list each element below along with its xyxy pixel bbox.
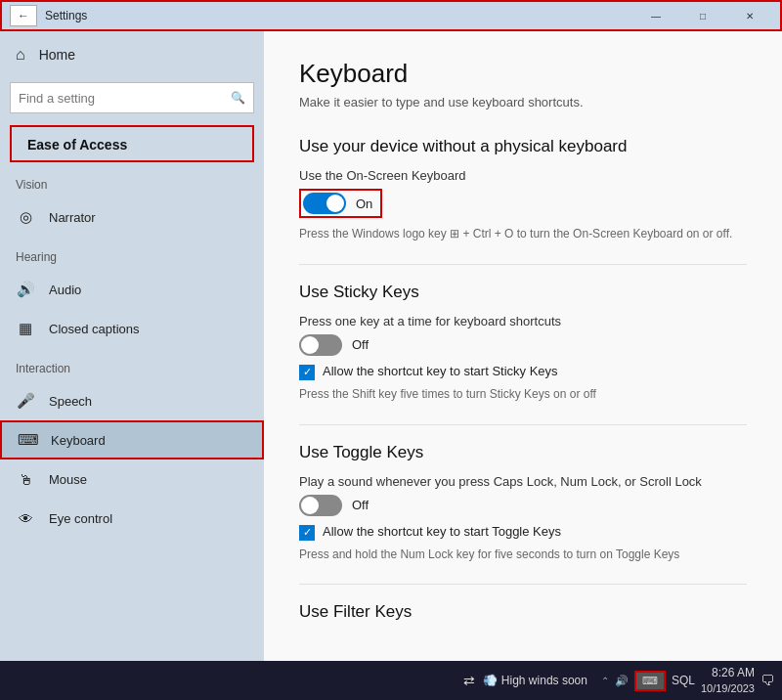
ease-of-access-label: Ease of Access: [10, 125, 254, 162]
checkmark-icon: ✓: [303, 366, 312, 378]
divider-2: [299, 424, 747, 425]
taskbar-keyboard-icon[interactable]: ⌨: [634, 671, 666, 691]
page-title: Keyboard: [299, 59, 747, 89]
interaction-section-label: Interaction: [0, 348, 264, 381]
toggle-keys-section-title: Use Toggle Keys: [299, 443, 747, 462]
weather-icon: 💨: [483, 674, 498, 687]
onscreen-keyboard-toggle[interactable]: [303, 193, 346, 214]
chevron-icon[interactable]: ⌃: [601, 676, 609, 686]
sidebar-home-label: Home: [39, 47, 75, 63]
weather-widget: 💨 High winds soon: [483, 674, 587, 687]
onscreen-keyboard-label: Use the On-Screen Keyboard: [299, 168, 747, 183]
close-button[interactable]: ✕: [727, 0, 772, 31]
sidebar-item-audio[interactable]: 🔊 Audio: [0, 270, 264, 309]
sticky-keys-checkbox-label: Allow the shortcut key to start Sticky K…: [323, 364, 558, 378]
sticky-keys-toggle-row: Off: [299, 334, 747, 356]
main-content: ⌂ Home 🔍 Ease of Access Vision ◎ Narrato…: [0, 31, 782, 661]
page-subtitle: Make it easier to type and use keyboard …: [299, 95, 747, 109]
divider-1: [299, 264, 747, 265]
back-button[interactable]: ←: [10, 5, 37, 26]
sticky-keys-setting: Press one key at a time for keyboard sho…: [299, 314, 747, 403]
sidebar-item-closed-captions[interactable]: ▦ Closed captions: [0, 309, 264, 348]
sidebar-item-eye-control[interactable]: 👁 Eye control: [0, 499, 264, 538]
onscreen-keyboard-toggle-row: On: [299, 189, 382, 218]
toggle-keys-checkbox-row: ✓ Allow the shortcut key to start Toggle…: [299, 524, 747, 541]
right-panel: Keyboard Make it easier to type and use …: [264, 31, 782, 661]
audio-icon: 🔊: [16, 281, 35, 298]
sticky-keys-toggle[interactable]: [299, 334, 342, 356]
vision-section-label: Vision: [0, 164, 264, 197]
toggle-keys-hint: Press and hold the Num Lock key for five…: [299, 547, 747, 563]
hearing-section-label: Hearing: [0, 237, 264, 270]
search-input[interactable]: [19, 91, 231, 106]
sidebar-search-box[interactable]: 🔍: [10, 82, 254, 113]
sidebar-item-narrator-label: Narrator: [49, 210, 96, 225]
search-icon: 🔍: [231, 91, 245, 105]
taskbar: ⇄ 💨 High winds soon ⌃ 🔊 ⌨ SQL 8:26 AM 10…: [0, 661, 782, 700]
physical-keyboard-section-title: Use your device without a physical keybo…: [299, 137, 747, 156]
taskbar-right: ⇄ 💨 High winds soon ⌃ 🔊 ⌨ SQL 8:26 AM 10…: [463, 665, 774, 696]
sidebar: ⌂ Home 🔍 Ease of Access Vision ◎ Narrato…: [0, 31, 264, 661]
sticky-keys-checkbox[interactable]: ✓: [299, 365, 315, 380]
onscreen-keyboard-setting: Use the On-Screen Keyboard On Press the …: [299, 168, 747, 242]
toggle-knob: [326, 195, 344, 212]
onscreen-keyboard-hint: Press the Windows logo key ⊞ + Ctrl + O …: [299, 226, 747, 242]
keyboard-icon: ⌨: [18, 431, 37, 449]
sidebar-item-narrator[interactable]: ◎ Narrator: [0, 197, 264, 237]
sidebar-item-audio-label: Audio: [49, 283, 81, 297]
sticky-keys-section-title: Use Sticky Keys: [299, 283, 747, 302]
sidebar-item-home[interactable]: ⌂ Home: [0, 31, 264, 78]
sidebar-item-keyboard[interactable]: ⌨ Keyboard: [0, 420, 264, 459]
network-icon: ⇄: [463, 673, 475, 688]
checkmark-icon-2: ✓: [303, 526, 312, 539]
toggle-keys-toggle-row: Off: [299, 495, 747, 516]
sidebar-item-speech[interactable]: 🎤 Speech: [0, 381, 264, 420]
sticky-keys-toggle-label: Off: [352, 337, 369, 352]
divider-3: [299, 584, 747, 585]
maximize-button[interactable]: □: [680, 0, 725, 31]
closed-captions-icon: ▦: [16, 320, 35, 337]
taskbar-time-display: 8:26 AM: [701, 665, 755, 681]
toggle-keys-description: Play a sound whenever you press Caps Loc…: [299, 474, 747, 489]
toggle-keys-checkbox-label: Allow the shortcut key to start Toggle K…: [323, 524, 561, 539]
weather-text: High winds soon: [501, 674, 587, 687]
mouse-icon: 🖱: [16, 471, 35, 488]
sidebar-item-speech-label: Speech: [49, 394, 92, 409]
sticky-keys-checkbox-row: ✓ Allow the shortcut key to start Sticky…: [299, 364, 747, 380]
toggle-keys-toggle-label: Off: [352, 498, 369, 512]
sticky-keys-hint: Press the Shift key five times to turn S…: [299, 386, 747, 403]
sidebar-item-keyboard-label: Keyboard: [51, 433, 106, 448]
toggle-keys-toggle[interactable]: [299, 495, 342, 516]
window-controls: — □ ✕: [633, 0, 772, 31]
sidebar-item-mouse[interactable]: 🖱 Mouse: [0, 459, 264, 499]
taskbar-speaker-icon: 🔊: [615, 675, 629, 687]
notification-icon[interactable]: 🗨: [760, 673, 774, 688]
sidebar-item-mouse-label: Mouse: [49, 472, 87, 487]
speech-icon: 🎤: [16, 392, 35, 410]
window-title: Settings: [45, 9, 633, 22]
sidebar-item-closed-captions-label: Closed captions: [49, 322, 140, 336]
toggle-keys-setting: Play a sound whenever you press Caps Loc…: [299, 474, 747, 563]
taskbar-lang: SQL: [672, 674, 695, 687]
taskbar-date-display: 10/19/2023: [701, 681, 755, 696]
sticky-toggle-knob: [301, 336, 319, 354]
home-icon: ⌂: [16, 46, 25, 64]
narrator-icon: ◎: [16, 208, 35, 226]
title-bar: ← Settings — □ ✕: [0, 0, 782, 31]
filter-keys-section-title: Use Filter Keys: [299, 602, 747, 622]
onscreen-keyboard-toggle-label: On: [356, 197, 372, 211]
toggle-keys-checkbox[interactable]: ✓: [299, 525, 315, 541]
toggle-keys-knob: [301, 497, 319, 514]
sidebar-item-eye-control-label: Eye control: [49, 511, 112, 526]
sticky-keys-description: Press one key at a time for keyboard sho…: [299, 314, 747, 328]
taskbar-time: 8:26 AM 10/19/2023: [701, 665, 755, 696]
eye-control-icon: 👁: [16, 510, 35, 527]
minimize-button[interactable]: —: [633, 0, 678, 31]
settings-window: ← Settings — □ ✕ ⌂ Home 🔍 Ease of Access: [0, 0, 782, 700]
